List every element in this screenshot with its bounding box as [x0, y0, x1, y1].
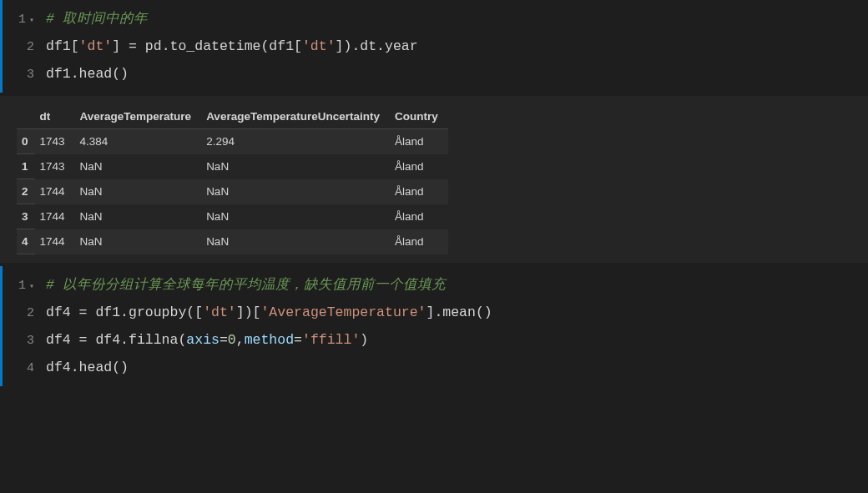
table-cell: NaN	[75, 204, 202, 229]
table-cell: 1743	[35, 129, 75, 154]
line-number: 3	[3, 329, 46, 354]
code-content[interactable]: df1.head()	[46, 60, 858, 88]
row-index: 4	[17, 229, 35, 254]
code-content[interactable]: df4.head()	[46, 354, 858, 381]
line-number: 4	[3, 356, 46, 381]
col-header: Country	[390, 104, 448, 129]
table-cell: 2.294	[201, 129, 390, 154]
code-cell-1[interactable]: 1▾# 取时间中的年2df1['dt'] = pd.to_datetime(df…	[0, 0, 868, 93]
table-cell: Åland	[390, 154, 448, 179]
table-cell: Åland	[390, 229, 448, 254]
code-area-2[interactable]: 1▾# 以年份分组计算全球每年的平均温度，缺失值用前一个值填充2df4 = df…	[3, 271, 868, 381]
code-line[interactable]: 2df4 = df1.groupby(['dt'])['AverageTempe…	[3, 299, 858, 326]
line-number: 1▾	[3, 8, 46, 33]
fold-icon[interactable]: ▾	[28, 13, 34, 29]
dataframe-table: dt AverageTemperature AverageTemperature…	[17, 104, 448, 254]
col-header: AverageTemperature	[75, 104, 202, 129]
table-cell: Åland	[390, 204, 448, 229]
code-line[interactable]: 2df1['dt'] = pd.to_datetime(df1['dt']).d…	[3, 33, 858, 60]
row-index: 2	[17, 179, 35, 204]
table-row: 11743NaNNaNÅland	[17, 154, 448, 179]
code-content[interactable]: # 以年份分组计算全球每年的平均温度，缺失值用前一个值填充	[46, 271, 858, 299]
row-index: 3	[17, 204, 35, 229]
table-cell: 1744	[35, 204, 75, 229]
table-cell: Åland	[390, 129, 448, 154]
line-number: 3	[3, 63, 46, 88]
code-line[interactable]: 1▾# 取时间中的年	[3, 5, 858, 33]
col-header: AverageTemperatureUncertainty	[201, 104, 390, 129]
code-line[interactable]: 1▾# 以年份分组计算全球每年的平均温度，缺失值用前一个值填充	[3, 271, 858, 299]
table-cell: 1744	[35, 179, 75, 204]
table-header-row: dt AverageTemperature AverageTemperature…	[17, 104, 448, 129]
output-cell-1: dt AverageTemperature AverageTemperature…	[0, 96, 868, 263]
table-cell: NaN	[201, 204, 390, 229]
table-cell: NaN	[75, 179, 202, 204]
code-content[interactable]: df4 = df1.groupby(['dt'])['AverageTemper…	[46, 299, 858, 326]
index-header	[17, 104, 35, 129]
col-header: dt	[35, 104, 75, 129]
table-cell: NaN	[75, 229, 202, 254]
table-row: 21744NaNNaNÅland	[17, 179, 448, 204]
table-cell: 1743	[35, 154, 75, 179]
table-cell: 4.384	[75, 129, 202, 154]
code-content[interactable]: df4 = df4.fillna(axis=0,method='ffill')	[46, 326, 858, 354]
fold-icon[interactable]: ▾	[28, 279, 34, 295]
code-area-1[interactable]: 1▾# 取时间中的年2df1['dt'] = pd.to_datetime(df…	[3, 5, 868, 88]
code-content[interactable]: # 取时间中的年	[46, 5, 858, 33]
table-cell: 1744	[35, 229, 75, 254]
line-number: 1▾	[3, 274, 46, 299]
code-content[interactable]: df1['dt'] = pd.to_datetime(df1['dt']).dt…	[46, 33, 858, 60]
table-cell: Åland	[390, 179, 448, 204]
code-line[interactable]: 3df4 = df4.fillna(axis=0,method='ffill')	[3, 326, 858, 354]
row-index: 1	[17, 154, 35, 179]
table-row: 31744NaNNaNÅland	[17, 204, 448, 229]
table-cell: NaN	[201, 229, 390, 254]
line-number: 2	[3, 35, 46, 60]
table-cell: NaN	[201, 179, 390, 204]
code-cell-2[interactable]: 1▾# 以年份分组计算全球每年的平均温度，缺失值用前一个值填充2df4 = df…	[0, 266, 868, 386]
line-number: 2	[3, 301, 46, 326]
table-cell: NaN	[201, 154, 390, 179]
table-row: 017434.3842.294Åland	[17, 129, 448, 154]
table-cell: NaN	[75, 154, 202, 179]
code-line[interactable]: 3df1.head()	[3, 60, 858, 88]
table-row: 41744NaNNaNÅland	[17, 229, 448, 254]
code-line[interactable]: 4df4.head()	[3, 354, 858, 381]
row-index: 0	[17, 129, 35, 154]
